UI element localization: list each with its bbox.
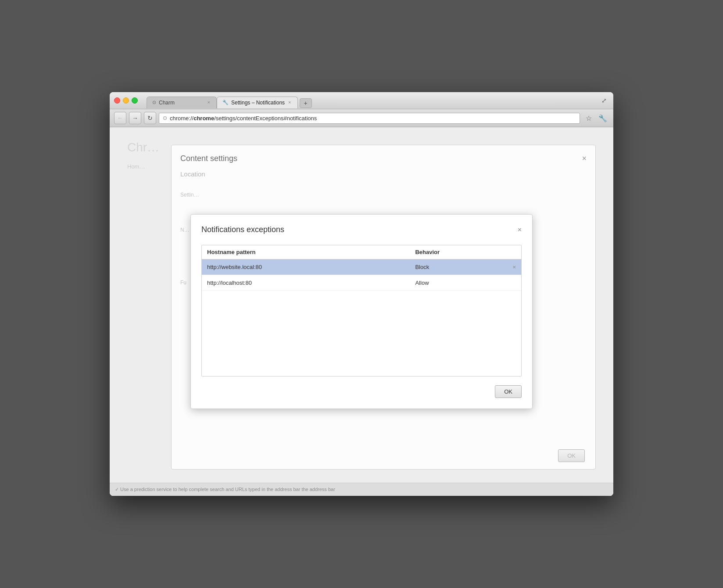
tab-charm-icon: ⊙	[152, 100, 156, 105]
tab-settings-close[interactable]: ×	[287, 100, 292, 105]
back-button[interactable]: ←	[114, 112, 126, 124]
tab-charm-label: Charm	[159, 100, 204, 106]
expand-button[interactable]: ⤢	[599, 96, 609, 105]
dialog-title-row: Notifications exceptions ×	[201, 225, 522, 234]
row-2-behavior: Allow	[410, 275, 521, 291]
col-hostname-pattern: Hostname pattern	[202, 245, 410, 259]
maximize-traffic-light[interactable]	[132, 97, 138, 104]
row-1-behavior: Block ×	[410, 259, 521, 275]
address-bar[interactable]: ⊙ chrome://chrome/settings/contentExcept…	[159, 113, 580, 124]
bottom-bar-text: ✓ Use a prediction service to help compl…	[115, 487, 335, 492]
reload-button[interactable]: ↻	[144, 112, 156, 124]
tab-charm-close[interactable]: ×	[207, 100, 211, 105]
table-header-row: Hostname pattern Behavior	[202, 245, 521, 259]
page-content: Chr… Hom… Content settings × Location Se…	[110, 127, 613, 496]
minimize-traffic-light[interactable]	[123, 97, 129, 104]
toolbar: ← → ↻ ⊙ chrome://chrome/settings/content…	[110, 109, 613, 127]
new-tab-button[interactable]: +	[300, 98, 312, 108]
star-icon: ☆	[586, 114, 592, 122]
notifications-exceptions-dialog: Notifications exceptions × Hostname patt…	[190, 214, 533, 409]
col-behavior: Behavior	[410, 245, 521, 259]
dialog-footer: OK	[201, 385, 522, 398]
address-globe-icon: ⊙	[163, 115, 167, 121]
dialog-close-button[interactable]: ×	[518, 226, 522, 233]
dialog-title: Notifications exceptions	[201, 225, 284, 234]
table-row[interactable]: http://website.local:80 Block ×	[202, 259, 521, 275]
tab-settings-notifications[interactable]: 🔧 Settings – Notifications ×	[217, 97, 298, 108]
wrench-icon: 🔧	[598, 114, 607, 122]
row-1-delete-button[interactable]: ×	[512, 264, 516, 270]
tab-charm[interactable]: ⊙ Charm ×	[147, 97, 217, 108]
bottom-bar: ✓ Use a prediction service to help compl…	[110, 483, 613, 496]
exceptions-table: Hostname pattern Behavior http://website…	[202, 245, 521, 291]
row-2-hostname: http://localhost:80	[202, 275, 410, 291]
tab-settings-icon: 🔧	[222, 100, 229, 105]
forward-button[interactable]: →	[129, 112, 141, 124]
back-icon: ←	[117, 115, 123, 122]
dialog-overlay: Notifications exceptions × Hostname patt…	[110, 127, 613, 496]
toolbar-actions: ☆ 🔧	[583, 112, 609, 124]
address-text: chrome://chrome/settings/contentExceptio…	[170, 115, 576, 122]
traffic-lights	[114, 97, 138, 107]
reload-icon: ↻	[147, 115, 153, 122]
title-bar: ⊙ Charm × 🔧 Settings – Notifications × +…	[110, 92, 613, 109]
close-traffic-light[interactable]	[114, 97, 120, 104]
dialog-ok-button[interactable]: OK	[495, 385, 522, 398]
tab-settings-label: Settings – Notifications	[231, 100, 285, 106]
table-row[interactable]: http://localhost:80 Allow	[202, 275, 521, 291]
exceptions-table-container: Hostname pattern Behavior http://website…	[201, 245, 522, 376]
forward-icon: →	[132, 115, 138, 122]
wrench-button[interactable]: 🔧	[597, 112, 609, 124]
tab-bar: ⊙ Charm × 🔧 Settings – Notifications × +	[147, 97, 312, 108]
row-1-hostname: http://website.local:80	[202, 259, 410, 275]
browser-window: ⊙ Charm × 🔧 Settings – Notifications × +…	[110, 92, 613, 496]
star-button[interactable]: ☆	[583, 112, 595, 124]
